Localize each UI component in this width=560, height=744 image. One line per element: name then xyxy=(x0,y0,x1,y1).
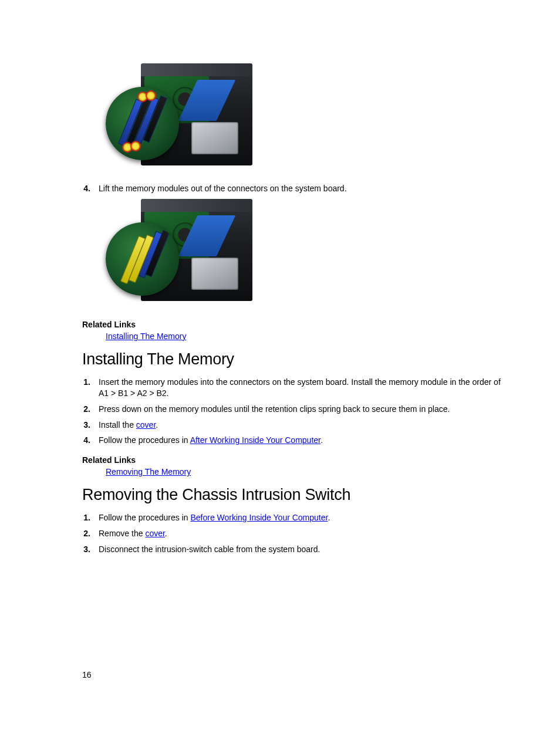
install-step-2: 2. Press down on the memory modules unti… xyxy=(82,404,507,415)
link-removing-the-memory[interactable]: Removing The Memory xyxy=(106,467,191,476)
step-suffix: . xyxy=(156,420,158,430)
step-text: Install the cover. xyxy=(99,420,507,431)
link-before-working-inside[interactable]: Before Working Inside Your Computer xyxy=(190,513,328,522)
step-number: 3. xyxy=(82,420,90,431)
heading-installing-the-memory: Installing The Memory xyxy=(82,350,507,368)
step-number: 3. xyxy=(82,544,90,555)
step-text: Disconnect the intrusion-switch cable fr… xyxy=(99,544,507,555)
heading-removing-chassis-intrusion-switch: Removing the Chassis Intrusion Switch xyxy=(82,486,507,504)
step-4: 4. Lift the memory modules out of the co… xyxy=(82,183,507,194)
step-number: 1. xyxy=(82,512,90,523)
install-step-1: 1. Insert the memory modules into the co… xyxy=(82,377,507,399)
install-step-3: 3. Install the cover. xyxy=(82,420,507,431)
switch-step-3: 3. Disconnect the intrusion-switch cable… xyxy=(82,544,507,555)
step-text: Press down on the memory modules until t… xyxy=(99,404,507,415)
switch-step-2: 2. Remove the cover. xyxy=(82,528,507,539)
memory-clips-figure xyxy=(106,63,258,175)
step-number: 2. xyxy=(82,528,90,539)
step-number: 4. xyxy=(82,435,90,446)
step-number: 2. xyxy=(82,404,90,415)
link-cover[interactable]: cover xyxy=(136,420,156,430)
step-number: 4. xyxy=(82,183,90,194)
switch-step-1: 1. Follow the procedures in Before Worki… xyxy=(82,512,507,523)
step-text: Insert the memory modules into the conne… xyxy=(99,377,507,399)
page-number: 16 xyxy=(82,670,92,679)
step-suffix: . xyxy=(328,513,330,522)
step-prefix: Remove the xyxy=(99,529,145,538)
related-links-heading: Related Links xyxy=(82,455,507,465)
manual-page: 4. Lift the memory modules out of the co… xyxy=(0,0,560,744)
memory-modules-figure xyxy=(106,199,258,310)
install-step-4: 4. Follow the procedures in After Workin… xyxy=(82,435,507,446)
step-prefix: Follow the procedures in xyxy=(99,435,190,445)
step-text: Follow the procedures in Before Working … xyxy=(99,512,507,523)
step-suffix: . xyxy=(165,529,167,538)
related-links-heading: Related Links xyxy=(82,320,507,329)
step-prefix: Follow the procedures in xyxy=(99,513,190,522)
step-text: Follow the procedures in After Working I… xyxy=(99,435,507,446)
link-after-working-inside[interactable]: After Working Inside Your Computer xyxy=(190,435,321,445)
link-installing-the-memory[interactable]: Installing The Memory xyxy=(106,332,186,341)
step-text: Remove the cover. xyxy=(99,528,507,539)
step-text: Lift the memory modules out of the conne… xyxy=(99,183,507,194)
step-number: 1. xyxy=(82,377,90,388)
step-suffix: . xyxy=(321,435,323,445)
link-cover[interactable]: cover xyxy=(145,529,164,538)
step-prefix: Install the xyxy=(99,420,136,430)
